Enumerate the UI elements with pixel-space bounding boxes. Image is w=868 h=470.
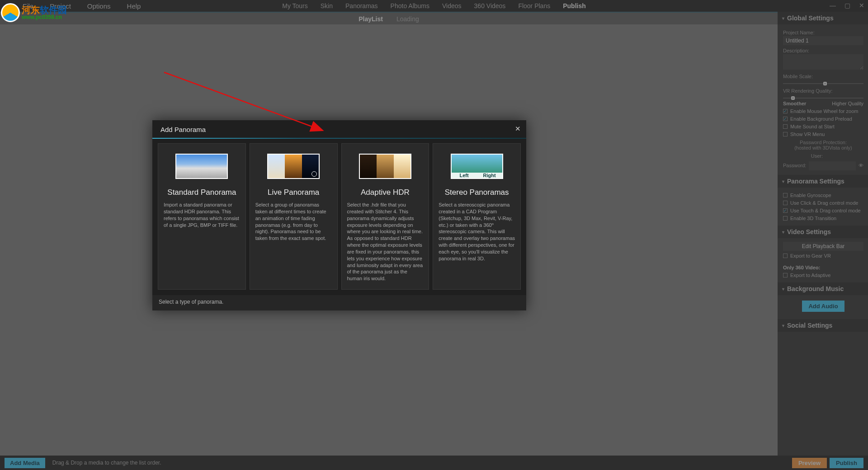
card-title: Adaptive HDR (347, 188, 424, 197)
card-adaptive-hdr[interactable]: Adaptive HDR Select the .hdr file that y… (341, 143, 429, 290)
dialog-footer: Select a type of panorama. (152, 295, 526, 310)
card-stereo-panoramas[interactable]: Left Right Stereo Panoramas Select a ste… (433, 143, 521, 290)
card-desc: Select a group of panoramas taken at dif… (255, 202, 332, 242)
dialog-add-panorama: ✕ Add Panorama Standard Panorama Import … (152, 120, 526, 310)
card-title: Standard Panorama (164, 188, 240, 197)
card-title: Stereo Panoramas (439, 188, 515, 197)
card-desc: Import a standard panorama or standard H… (164, 202, 240, 228)
logo-icon (1, 3, 20, 22)
thumbnail-live (267, 154, 320, 179)
thumbnail-standard (175, 154, 228, 179)
card-title: Live Panorama (255, 188, 332, 197)
card-desc: Select the .hdr file that you created wi… (347, 202, 424, 282)
thumbnail-hdr (359, 154, 411, 179)
card-standard-panorama[interactable]: Standard Panorama Import a standard pano… (158, 143, 246, 290)
watermark-logo: 河东软件园 www.pc0359.cn (1, 0, 73, 25)
dialog-title: Add Panorama (152, 120, 526, 138)
close-icon[interactable]: ✕ (515, 125, 521, 133)
card-desc: Select a stereoscopic panorama created i… (439, 202, 515, 262)
thumbnail-stereo: Left Right (451, 154, 503, 179)
card-live-panorama[interactable]: Live Panorama Select a group of panorama… (250, 143, 338, 290)
